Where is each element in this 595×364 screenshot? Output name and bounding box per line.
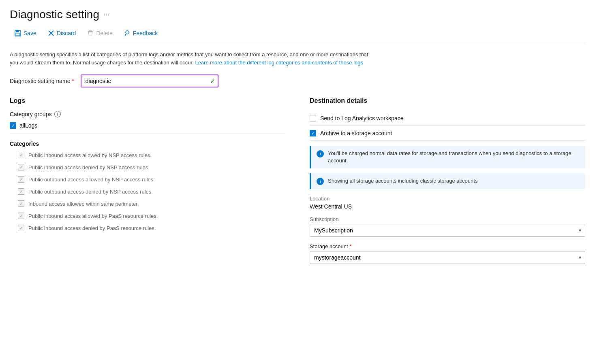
category-groups-info-icon[interactable]: i	[54, 111, 61, 117]
info-text-1: You'll be charged normal data rates for …	[328, 150, 580, 164]
category-item: Public inbound access denied by PaaS res…	[18, 225, 285, 231]
category-text-5: Public inbound access allowed by PaaS re…	[28, 213, 158, 219]
location-label: Location	[310, 196, 585, 202]
all-logs-row: allLogs	[10, 122, 285, 129]
setting-name-input[interactable]	[81, 75, 218, 87]
category-item: Public outbound access denied by NSP acc…	[18, 188, 285, 195]
category-checkbox-0[interactable]	[18, 152, 24, 158]
storage-account-group: Storage account * mystorageaccount ▾	[310, 243, 585, 264]
category-text-3: Public outbound access denied by NSP acc…	[28, 189, 153, 195]
svg-rect-5	[89, 30, 92, 31]
archive-storage-label: Archive to a storage account	[320, 130, 392, 136]
all-logs-checkbox[interactable]	[10, 122, 16, 129]
save-button[interactable]: Save	[10, 28, 41, 39]
feedback-button[interactable]: Feedback	[119, 28, 163, 39]
storage-account-dropdown-wrapper: mystorageaccount ▾	[310, 251, 585, 264]
required-star: *	[72, 78, 74, 84]
page-title-ellipsis: ···	[103, 11, 109, 19]
storage-account-select[interactable]: mystorageaccount	[310, 251, 585, 264]
info-box-2: i Showing all storage accounts including…	[310, 173, 585, 189]
setting-name-label-text: Diagnostic setting name	[10, 78, 70, 84]
category-item: Inbound access allowed within same perim…	[18, 200, 285, 207]
category-text-6: Public inbound access denied by PaaS res…	[28, 225, 156, 231]
category-checkbox-4[interactable]	[18, 200, 24, 207]
setting-name-input-wrapper: ✓	[81, 75, 218, 87]
toolbar: Save Discard Delete Feedback	[10, 28, 585, 44]
page-title: Diagnostic setting ···	[10, 8, 585, 21]
category-item: Public inbound access denied by NSP acce…	[18, 164, 285, 170]
setting-name-label: Diagnostic setting name *	[10, 78, 74, 84]
subscription-group: Subscription MySubscription ▾	[310, 216, 585, 237]
log-analytics-label: Send to Log Analytics workspace	[320, 115, 403, 121]
save-icon	[15, 30, 21, 36]
category-text-2: Public outbound access allowed by NSP ac…	[28, 177, 155, 183]
log-analytics-checkbox[interactable]	[310, 115, 316, 121]
category-groups-header: Category groups i	[10, 111, 285, 117]
info-box-1: i You'll be charged normal data rates fo…	[310, 146, 585, 168]
input-valid-icon: ✓	[210, 77, 215, 85]
delete-button[interactable]: Delete	[82, 28, 117, 39]
info-icon-2: i	[317, 178, 324, 185]
category-text-1: Public inbound access denied by NSP acce…	[28, 164, 150, 170]
svg-rect-1	[16, 30, 19, 32]
categories-section: Categories Public inbound access allowed…	[10, 140, 285, 231]
destination-section-title: Destination details	[310, 97, 585, 104]
category-text-0: Public inbound access allowed by NSP acc…	[28, 152, 152, 158]
svg-rect-6	[88, 31, 93, 32]
location-group: Location West Central US	[310, 196, 585, 210]
discard-icon	[48, 30, 54, 36]
category-checkbox-3[interactable]	[18, 188, 24, 195]
category-item: Public inbound access allowed by PaaS re…	[18, 213, 285, 219]
archive-storage-row: Archive to a storage account	[310, 126, 585, 141]
discard-label: Discard	[57, 30, 76, 36]
destination-panel: Destination details Send to Log Analytic…	[310, 97, 585, 269]
archive-storage-checkbox[interactable]	[310, 130, 316, 136]
svg-point-7	[126, 31, 129, 34]
feedback-label: Feedback	[133, 30, 158, 36]
storage-account-label-text: Storage account	[310, 243, 348, 249]
info-text-2: Showing all storage accounts including c…	[328, 177, 477, 185]
description-text: A diagnostic setting specifies a list of…	[10, 51, 375, 66]
subscription-select[interactable]: MySubscription	[310, 224, 585, 237]
category-checkbox-5[interactable]	[18, 213, 24, 219]
subscription-label: Subscription	[310, 216, 585, 222]
logs-panel: Logs Category groups i allLogs Categorie…	[10, 97, 285, 269]
location-value: West Central US	[310, 203, 585, 210]
main-content: Logs Category groups i allLogs Categorie…	[10, 97, 585, 269]
learn-more-link[interactable]: Learn more about the different log categ…	[195, 60, 363, 66]
feedback-icon	[124, 30, 131, 36]
discard-button[interactable]: Discard	[43, 28, 81, 39]
category-checkbox-1[interactable]	[18, 164, 24, 170]
delete-label: Delete	[96, 30, 112, 36]
log-analytics-row: Send to Log Analytics workspace	[310, 111, 585, 126]
storage-required-star: *	[349, 243, 351, 249]
category-checkbox-6[interactable]	[18, 225, 24, 231]
svg-rect-2	[16, 33, 20, 36]
logs-divider	[10, 134, 285, 134]
category-item: Public inbound access allowed by NSP acc…	[18, 152, 285, 158]
logs-section-title: Logs	[10, 97, 285, 104]
setting-name-row: Diagnostic setting name * ✓	[10, 75, 585, 87]
learn-more-text: Learn more about the different log categ…	[195, 60, 363, 66]
categories-label: Categories	[10, 140, 285, 147]
info-icon-1: i	[317, 150, 324, 158]
category-text-4: Inbound access allowed within same perim…	[28, 201, 139, 207]
subscription-dropdown-wrapper: MySubscription ▾	[310, 224, 585, 237]
delete-icon	[87, 30, 94, 36]
category-item: Public outbound access allowed by NSP ac…	[18, 176, 285, 183]
category-groups-label: Category groups	[10, 111, 52, 117]
category-checkbox-2[interactable]	[18, 176, 24, 183]
all-logs-label: allLogs	[19, 122, 37, 129]
page-title-text: Diagnostic setting	[10, 8, 99, 21]
save-label: Save	[24, 30, 36, 36]
storage-account-label: Storage account *	[310, 243, 585, 249]
